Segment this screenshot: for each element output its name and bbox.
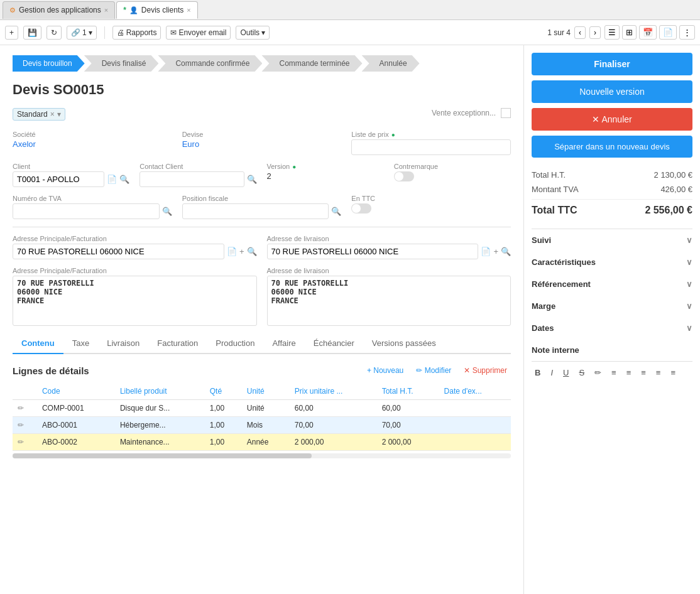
delete-line-button[interactable]: ✕ Supprimer	[460, 364, 511, 377]
rte-more-button[interactable]: ≡	[667, 367, 679, 379]
view-grid-button[interactable]: ⊞	[622, 25, 637, 40]
total-ht-label: Total H.T.	[532, 170, 566, 180]
addr-livr-plus-icon[interactable]: +	[493, 247, 498, 256]
tva-search-icon[interactable]: 🔍	[162, 207, 172, 216]
referencement-section[interactable]: Référencement ∨	[532, 273, 692, 295]
tab-echeancier[interactable]: Échéancier	[305, 333, 363, 354]
save-button[interactable]: 💾	[23, 26, 41, 40]
status-brouillon[interactable]: Devis brouillon	[13, 55, 85, 72]
tab-devis[interactable]: * 👤 Devis clients ×	[116, 1, 197, 19]
standard-tag[interactable]: Standard × ▾	[13, 108, 65, 121]
separer-button[interactable]: Séparer dans un nouveau devis	[532, 136, 692, 158]
rte-align-left-button[interactable]: ≡	[608, 367, 620, 379]
version-dot: ●	[292, 163, 296, 170]
table-scrollbar[interactable]	[13, 453, 511, 458]
tab-devis-close[interactable]: ×	[187, 6, 190, 14]
new-line-button[interactable]: + Nouveau	[363, 364, 407, 377]
liste-prix-input[interactable]	[351, 139, 511, 155]
email-button[interactable]: ✉ Envoyer email	[166, 26, 231, 40]
status-terminee[interactable]: Commande terminée	[261, 55, 362, 72]
new-button[interactable]: +	[5, 26, 18, 40]
rapports-button[interactable]: 🖨 Rapports	[112, 26, 161, 40]
rte-color-button[interactable]: ✏	[591, 367, 604, 379]
client-search-icon[interactable]: 🔍	[119, 175, 129, 184]
standard-tag-remove[interactable]: ×	[50, 110, 55, 119]
addr-fact-plus-icon[interactable]: +	[239, 247, 244, 256]
view-calendar-button[interactable]: 📅	[639, 25, 657, 40]
contact-input[interactable]	[139, 171, 244, 187]
col-libelle[interactable]: Libellé produit	[115, 383, 205, 400]
addr-livr-doc-icon[interactable]: 📄	[481, 247, 491, 256]
nouvelle-version-button[interactable]: Nouvelle version	[532, 80, 692, 103]
nav-next-button[interactable]: ›	[589, 26, 601, 39]
client-input[interactable]	[13, 171, 104, 187]
dates-section[interactable]: Dates ∨	[532, 317, 692, 339]
addr-livr-textarea[interactable]: 70 RUE PASTORELLI 06000 NICE FRANCE	[267, 276, 511, 326]
rte-bold-button[interactable]: B	[532, 367, 544, 379]
contremarque-toggle[interactable]	[394, 171, 414, 181]
tva-input[interactable]	[13, 203, 160, 219]
view-doc-button[interactable]: 📄	[659, 25, 677, 40]
refresh-button[interactable]: ↻	[46, 26, 62, 40]
addr-livr-input[interactable]	[267, 244, 479, 259]
tab-affaire[interactable]: Affaire	[263, 333, 304, 354]
table-row[interactable]: ✏ ABO-0001 Hébergeme... 1,00 Mois 70,00 …	[13, 417, 511, 434]
table-row[interactable]: ✏ COMP-0001 Disque dur S... 1,00 Unité 6…	[13, 400, 511, 417]
rte-italic-button[interactable]: I	[547, 367, 556, 379]
annuler-button[interactable]: ✕ Annuler	[532, 108, 692, 131]
edit-icon-3[interactable]: ✏	[18, 438, 24, 446]
status-annulee[interactable]: Annulée	[362, 55, 420, 72]
addr-fact-search-icon[interactable]: 🔍	[247, 247, 257, 256]
tab-production[interactable]: Production	[207, 333, 263, 354]
view-more-button[interactable]: ⋮	[679, 25, 695, 40]
outils-button[interactable]: Outils ▾	[236, 26, 270, 40]
table-row[interactable]: ✏ ABO-0002 Maintenance... 1,00 Année 2 0…	[13, 434, 511, 451]
rte-underline-button[interactable]: U	[560, 367, 572, 379]
links-button[interactable]: 🔗 1 ▾	[67, 26, 97, 40]
col-qte[interactable]: Qté	[205, 383, 242, 400]
nav-prev-button[interactable]: ‹	[574, 26, 586, 39]
addr-fact-input-row: 📄 + 🔍	[13, 244, 257, 259]
edit-icon-1[interactable]: ✏	[18, 404, 24, 413]
tab-livraison[interactable]: Livraison	[98, 333, 148, 354]
rte-align-center-button[interactable]: ≡	[623, 367, 635, 379]
standard-dropdown-icon[interactable]: ▾	[57, 110, 61, 119]
exception-checkbox[interactable]	[501, 108, 511, 118]
rte-strike-button[interactable]: S	[576, 367, 588, 379]
position-search-icon[interactable]: 🔍	[331, 207, 341, 216]
col-prix[interactable]: Prix unitaire ...	[290, 383, 377, 400]
modify-line-button[interactable]: ✏ Modifier	[412, 364, 455, 377]
tab-contenu[interactable]: Contenu	[13, 333, 63, 354]
tab-gestion[interactable]: ⚙ Gestion des applications ×	[3, 1, 115, 19]
addr-fact-textarea[interactable]: 70 RUE PASTORELLI 06000 NICE FRANCE	[13, 276, 257, 326]
caracteristiques-section[interactable]: Caractéristiques ∨	[532, 251, 692, 273]
col-unite[interactable]: Unité	[242, 383, 290, 400]
tab-gestion-close[interactable]: ×	[104, 6, 108, 14]
tab-facturation[interactable]: Facturation	[148, 333, 207, 354]
rte-align-right-button[interactable]: ≡	[638, 367, 649, 379]
contact-search-icon[interactable]: 🔍	[247, 175, 257, 184]
client-doc-icon[interactable]: 📄	[107, 175, 117, 184]
status-finalise[interactable]: Devis finalisé	[84, 55, 159, 72]
tab-versions[interactable]: Versions passées	[363, 333, 445, 354]
devise-value[interactable]: Euro	[182, 139, 342, 149]
exception-container: Vente exceptionn...	[432, 108, 511, 118]
col-code[interactable]: Code	[37, 383, 115, 400]
note-interne-section[interactable]: Note interne	[532, 339, 692, 361]
societe-value[interactable]: Axelor	[13, 139, 172, 149]
en-ttc-toggle[interactable]	[351, 203, 371, 213]
addr-fact-input[interactable]	[13, 244, 224, 259]
status-confirmee[interactable]: Commande confirmée	[158, 55, 262, 72]
position-input[interactable]	[182, 203, 329, 219]
col-date[interactable]: Date d'ex...	[439, 383, 511, 400]
marge-section[interactable]: Marge ∨	[532, 295, 692, 317]
rte-justify-button[interactable]: ≡	[653, 367, 664, 379]
view-list-button[interactable]: ☰	[604, 25, 620, 40]
finaliser-button[interactable]: Finaliser	[532, 53, 692, 75]
edit-icon-2[interactable]: ✏	[18, 421, 24, 429]
suivi-section[interactable]: Suivi ∨	[532, 229, 692, 251]
tab-taxe[interactable]: Taxe	[63, 333, 98, 354]
addr-fact-doc-icon[interactable]: 📄	[227, 247, 237, 256]
col-total[interactable]: Total H.T.	[377, 383, 439, 400]
addr-livr-search-icon[interactable]: 🔍	[501, 247, 511, 256]
